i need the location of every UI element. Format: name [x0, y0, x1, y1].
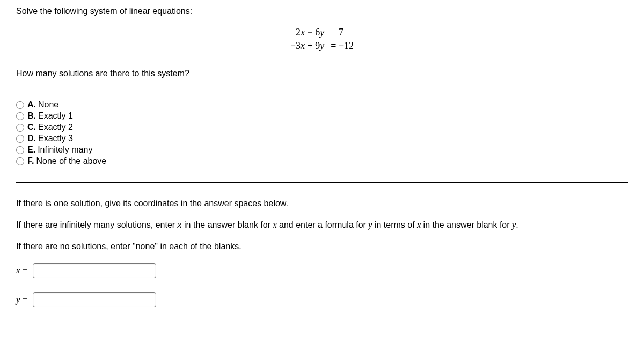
option-e-text: Infinitely many — [38, 145, 92, 155]
inf-pre: If there are infinitely many solutions, … — [16, 220, 178, 229]
option-e-letter: E. — [27, 145, 35, 155]
option-f-letter: F. — [27, 156, 34, 166]
instruction-infinite: If there are infinitely many solutions, … — [16, 220, 628, 230]
option-f[interactable]: F. None of the above — [16, 156, 628, 166]
y-input[interactable] — [33, 292, 156, 307]
radio-e[interactable] — [16, 146, 24, 154]
question-container: Solve the following system of linear equ… — [0, 0, 644, 337]
x-input[interactable] — [33, 263, 156, 278]
radio-d[interactable] — [16, 135, 24, 143]
radio-a[interactable] — [16, 101, 24, 109]
prompt-text: Solve the following system of linear equ… — [16, 6, 628, 16]
answer-x-row: x = — [16, 263, 628, 278]
eq2-lhs: −3x + 9y — [287, 39, 327, 53]
y-equals: = — [23, 294, 28, 305]
inf-mid3: in terms of — [372, 220, 417, 229]
inf-x-var: x — [178, 220, 182, 229]
option-d-text: Exactly 3 — [38, 134, 73, 143]
x-label: x — [16, 265, 20, 276]
option-a-letter: A. — [27, 100, 36, 110]
option-b[interactable]: B. Exactly 1 — [16, 111, 628, 121]
instruction-one-solution: If there is one solution, give its coord… — [16, 199, 628, 208]
equation-row-1: 2x − 6y = 7 — [287, 26, 357, 39]
radio-c[interactable] — [16, 124, 24, 132]
equation-table: 2x − 6y = 7 −3x + 9y = −12 — [287, 26, 357, 53]
eq2-rhs: = −12 — [327, 39, 357, 53]
radio-f[interactable] — [16, 157, 24, 165]
option-b-letter: B. — [27, 111, 36, 121]
options-group: A. None B. Exactly 1 C. Exactly 2 D. Exa… — [16, 100, 628, 166]
eq1-rhs: = 7 — [327, 26, 357, 39]
radio-b[interactable] — [16, 112, 24, 120]
option-c-text: Exactly 2 — [38, 122, 73, 132]
option-b-text: Exactly 1 — [38, 111, 73, 121]
option-f-text: None of the above — [36, 156, 106, 166]
divider — [16, 182, 628, 183]
inf-mid1: in the answer blank for — [182, 220, 273, 229]
inf-math-x: x — [273, 220, 276, 229]
option-d-letter: D. — [27, 134, 36, 143]
option-e[interactable]: E. Infinitely many — [16, 145, 628, 155]
option-d[interactable]: D. Exactly 3 — [16, 134, 628, 143]
x-equals: = — [23, 265, 28, 276]
y-label: y — [16, 294, 20, 305]
inf-mid4: in the answer blank for — [421, 220, 512, 229]
instruction-none: If there are no solutions, enter "none" … — [16, 242, 628, 251]
option-a[interactable]: A. None — [16, 100, 628, 110]
option-c[interactable]: C. Exactly 2 — [16, 122, 628, 132]
equation-system: 2x − 6y = 7 −3x + 9y = −12 — [16, 26, 628, 53]
eq1-lhs: 2x − 6y — [287, 26, 327, 39]
option-c-letter: C. — [27, 122, 36, 132]
option-a-text: None — [38, 100, 58, 110]
equation-row-2: −3x + 9y = −12 — [287, 39, 357, 53]
inf-mid2: and enter a formula for — [277, 220, 369, 229]
answer-y-row: y = — [16, 292, 628, 307]
question-text: How many solutions are there to this sys… — [16, 69, 628, 78]
inf-end: . — [516, 220, 518, 229]
